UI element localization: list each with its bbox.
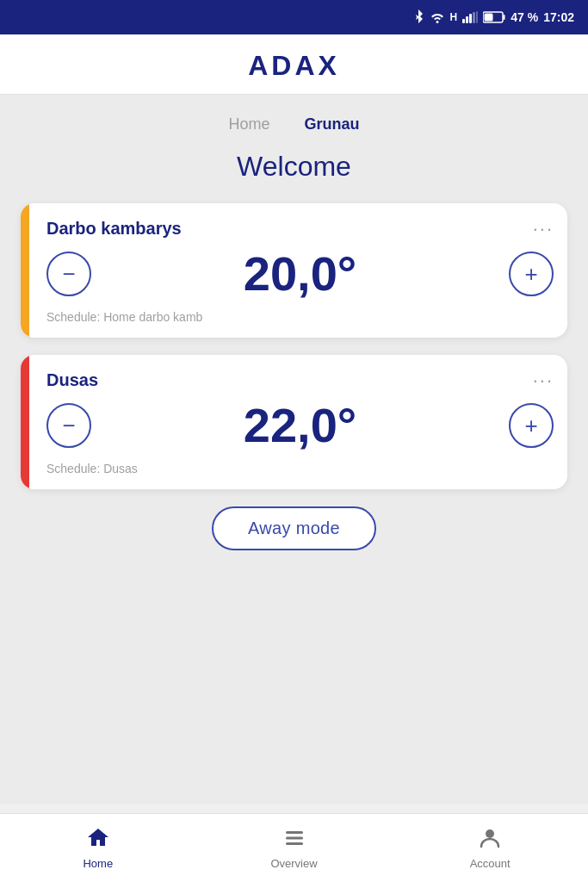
svg-rect-2 [469,14,472,23]
location-tab-home[interactable]: Home [221,112,276,137]
nav-item-overview[interactable]: Overview [196,826,393,870]
svg-rect-10 [286,842,303,845]
nav-item-home[interactable]: Home [0,826,196,870]
home-icon [86,826,110,854]
card-body-darbo: Darbo kambarys ··· − 20,0° + Schedule: H… [29,203,567,338]
battery-icon [483,11,505,23]
plus-icon-darbo: + [524,263,537,285]
svg-rect-1 [466,16,468,23]
location-tabs: Home Grunau [21,112,567,137]
increase-temp-darbo[interactable]: + [509,252,554,296]
app-header: ADAX [0,34,588,95]
account-icon [478,826,502,854]
decrease-temp-darbo[interactable]: − [46,252,91,296]
svg-rect-0 [462,19,465,23]
away-mode-button[interactable]: Away mode [212,506,376,550]
card-controls-dusas: − 22,0° + [46,397,554,453]
svg-rect-8 [286,831,303,834]
nav-label-home: Home [83,857,113,870]
temp-darbo: 20,0° [91,245,509,301]
bluetooth-icon [412,9,424,25]
time-display: 17:02 [543,10,574,24]
wifi-icon [430,11,445,23]
svg-rect-9 [286,837,303,840]
card-controls-darbo: − 20,0° + [46,245,554,301]
svg-rect-7 [485,14,493,22]
card-accent-darbo [21,203,29,338]
status-icons: H 47 % 17:02 [412,9,574,25]
device-card-dusas: Dusas ··· − 22,0° + Schedule: Dusas [21,355,567,489]
card-accent-dusas [21,355,29,489]
signal-h-icon: H [450,11,458,23]
bottom-nav: Home Overview Account [0,813,588,882]
minus-icon-darbo: − [62,263,75,285]
svg-rect-6 [504,15,505,20]
nav-label-account: Account [470,857,511,870]
device-menu-dusas[interactable]: ··· [533,371,554,390]
device-card-darbo: Darbo kambarys ··· − 20,0° + Schedule: H… [21,203,567,338]
minus-icon-dusas: − [62,414,75,437]
increase-temp-dusas[interactable]: + [509,403,554,448]
nav-item-account[interactable]: Account [392,826,588,870]
list-icon [282,826,306,854]
svg-rect-3 [473,12,475,23]
away-button-container: Away mode [21,506,567,550]
plus-icon-dusas: + [524,414,537,437]
svg-rect-4 [476,11,478,23]
decrease-temp-dusas[interactable]: − [46,403,91,448]
card-body-dusas: Dusas ··· − 22,0° + Schedule: Dusas [29,355,567,489]
main-content: Home Grunau Welcome Darbo kambarys ··· −… [0,95,588,804]
welcome-title: Welcome [21,151,567,183]
device-name-dusas: Dusas [46,370,98,390]
device-menu-darbo[interactable]: ··· [533,220,554,239]
svg-point-11 [486,829,494,838]
status-bar: H 47 % 17:02 [0,0,588,34]
schedule-darbo: Schedule: Home darbo kamb [46,310,554,324]
app-logo: ADAX [248,50,340,82]
battery-text: 47 % [511,10,538,24]
card-header-dusas: Dusas ··· [46,370,554,390]
signal-bars-icon [462,11,478,23]
nav-label-overview: Overview [270,857,317,870]
schedule-dusas: Schedule: Dusas [46,462,554,475]
location-tab-grunau[interactable]: Grunau [298,112,367,137]
card-header-darbo: Darbo kambarys ··· [46,219,554,239]
temp-dusas: 22,0° [91,397,509,453]
device-name-darbo: Darbo kambarys [46,219,182,239]
